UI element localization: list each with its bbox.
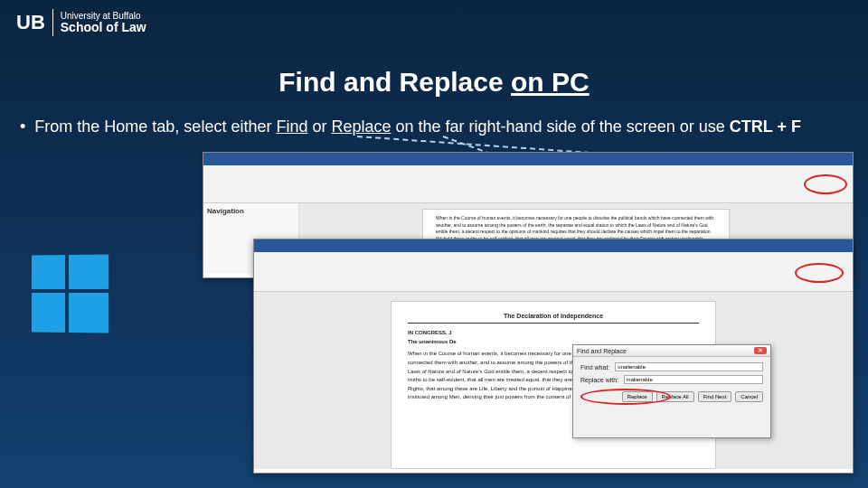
find-what-input[interactable] bbox=[615, 362, 763, 371]
word-screenshot-replace: The Declaration of Independence IN CONGR… bbox=[253, 239, 854, 474]
word-ribbon-bg bbox=[203, 165, 853, 203]
replace-with-label: Replace with: bbox=[580, 377, 618, 383]
find-replace-dialog: Find and Replace ✕ Find what: Replace wi… bbox=[572, 344, 771, 438]
find-button-highlight bbox=[804, 174, 847, 194]
doc-title: The Declaration of Independence bbox=[408, 311, 699, 324]
find-next-button[interactable]: Find Next bbox=[698, 391, 732, 402]
dialog-close-button[interactable]: ✕ bbox=[754, 347, 767, 354]
replace-with-input[interactable] bbox=[624, 375, 763, 384]
bullet-post: on the far right-hand side of the screen… bbox=[392, 117, 730, 136]
title-plain: Find and Replace bbox=[278, 67, 511, 97]
bullet-text: • From the Home tab, select either Find … bbox=[20, 116, 850, 138]
logo-line2: School of Law bbox=[61, 21, 146, 34]
bullet-replace: Replace bbox=[331, 117, 391, 136]
word-titlebar-bg bbox=[203, 153, 853, 165]
bullet-marker: • bbox=[20, 116, 25, 138]
university-logo: UB University at Buffalo School of Law bbox=[16, 9, 146, 36]
replace-button-highlight bbox=[795, 263, 844, 283]
navigation-title: Navigation bbox=[207, 207, 295, 215]
bullet-pre: From the Home tab, select either bbox=[34, 117, 276, 136]
dialog-title-text: Find and Replace bbox=[577, 348, 627, 354]
replace-all-button[interactable]: Replace All bbox=[656, 391, 694, 402]
doc-sub1: IN CONGRESS, J bbox=[408, 329, 699, 338]
dialog-titlebar: Find and Replace ✕ bbox=[573, 345, 770, 357]
slide-title: Find and Replace on PC bbox=[0, 67, 868, 98]
bullet-shortcut: CTRL + F bbox=[730, 117, 801, 136]
bullet-find: Find bbox=[276, 117, 307, 136]
replace-button[interactable]: Replace bbox=[622, 391, 653, 402]
cancel-button[interactable]: Cancel bbox=[735, 391, 763, 402]
word-ribbon-fg bbox=[254, 252, 853, 292]
windows-logo-icon bbox=[32, 254, 110, 334]
word-titlebar-fg bbox=[254, 239, 853, 252]
find-what-label: Find what: bbox=[580, 364, 609, 371]
title-underlined: on PC bbox=[511, 67, 590, 97]
ub-mark: UB bbox=[16, 9, 53, 36]
bullet-mid: or bbox=[307, 117, 331, 136]
